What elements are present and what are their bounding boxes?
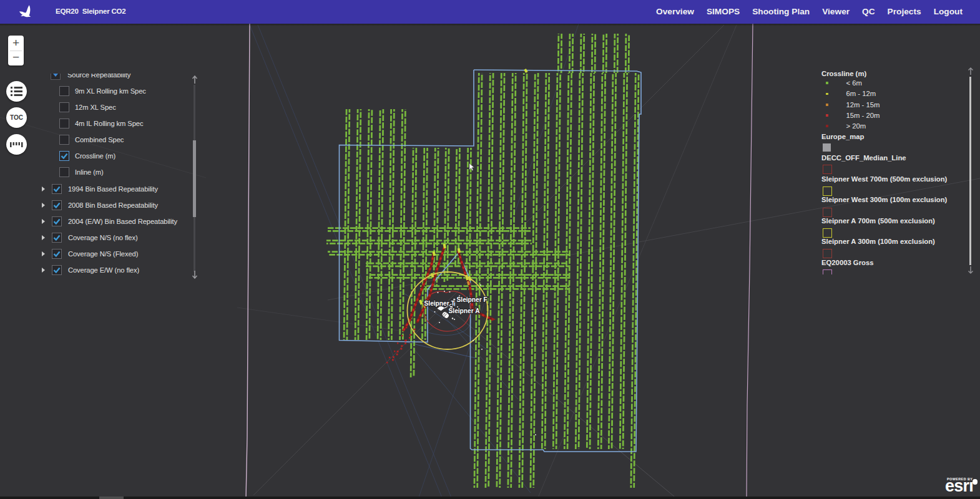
- svg-text:Sleipner T: Sleipner T: [424, 300, 456, 307]
- svg-text:Sleipner F: Sleipner F: [457, 296, 488, 303]
- svg-text:Sleipner A: Sleipner A: [449, 308, 481, 314]
